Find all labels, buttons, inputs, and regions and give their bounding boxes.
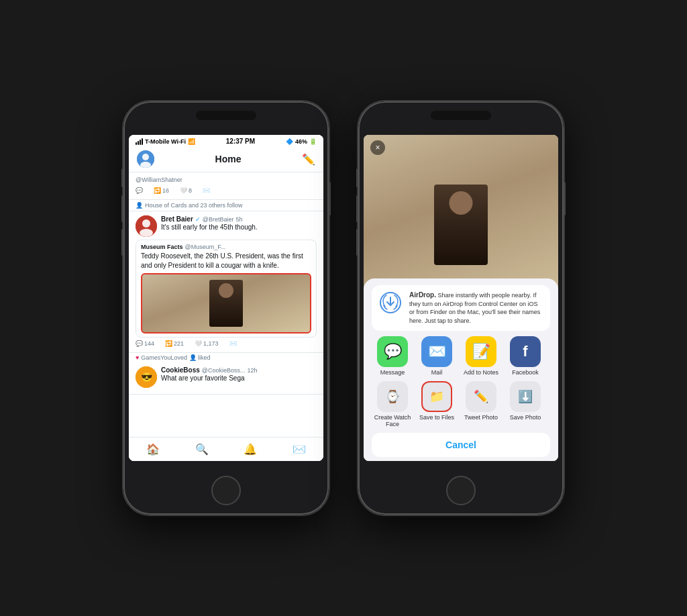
- like-action-2[interactable]: 🤍 1,173: [195, 340, 219, 347]
- svg-point-1: [142, 154, 149, 160]
- share-apps-row: 💬 Message ✉️ Mail 📝 Add to Notes f Faceb…: [372, 336, 550, 376]
- tweet-1-mention: @WilliamShatner: [136, 176, 317, 183]
- watch-face-icon: ⌚: [377, 381, 408, 412]
- bret-baier-handle: @BretBaier: [203, 216, 234, 223]
- cookieboss-name: CookieBoss: [161, 366, 200, 374]
- facebook-label: Facebook: [512, 369, 539, 376]
- quote-tweet: Museum Facts @Museum_F... Teddy Roosevel…: [136, 240, 317, 338]
- heart-icon: ♥: [136, 354, 139, 361]
- save-photo-action[interactable]: ⬇️ Save Photo: [506, 381, 545, 427]
- nav-title: Home: [215, 154, 242, 164]
- follow-person-icon: 👤: [136, 202, 143, 209]
- tweet-1-actions: 💬 🔁 16 🤍 8 ✉️: [136, 185, 317, 195]
- museum-facts-body: Teddy Roosevelt, the 26th U.S. President…: [141, 252, 311, 270]
- mail-label: Mail: [431, 369, 443, 376]
- home-button[interactable]: [211, 476, 241, 505]
- retweet-action-2[interactable]: 🔁 221: [165, 340, 184, 347]
- cookieboss-time: 12h: [247, 367, 257, 374]
- messages-nav-item[interactable]: ✉️: [293, 443, 306, 456]
- bottom-nav: 🏠 🔍 🔔 ✉️: [129, 437, 323, 461]
- right-phone: ×: [357, 100, 565, 516]
- create-watch-face-action[interactable]: ⌚ Create Watch Face: [373, 381, 412, 427]
- comment-action-2[interactable]: 💬 144: [136, 340, 154, 347]
- tweet-3: 😎 CookieBoss @CookieBoss... 12h What are…: [129, 362, 323, 395]
- status-bar: T-Mobile Wi-Fi 📶 12:37 PM 🔷 46% 🔋: [129, 135, 323, 148]
- follow-notice: 👤 House of Cards and 23 others follow: [129, 200, 323, 211]
- share-app-notes[interactable]: 📝 Add to Notes: [462, 336, 500, 376]
- verified-icon: ✓: [195, 216, 201, 223]
- left-phone-screen: T-Mobile Wi-Fi 📶 12:37 PM 🔷 46% 🔋: [129, 135, 323, 461]
- notes-icon: 📝: [466, 336, 496, 367]
- close-button[interactable]: ×: [370, 140, 385, 155]
- bret-baier-body: It's still early for the 45th though.: [161, 223, 258, 232]
- clock-label: 12:37 PM: [226, 138, 255, 145]
- tweet-image: [141, 273, 311, 333]
- save-photo-label: Save Photo: [510, 414, 541, 421]
- share-app-message[interactable]: 💬 Message: [373, 336, 412, 376]
- battery-label: 46%: [295, 138, 307, 145]
- airdrop-row[interactable]: AirDrop. Share instantly with people nea…: [372, 285, 550, 331]
- cancel-button[interactable]: Cancel: [372, 433, 550, 457]
- right-home-button[interactable]: [446, 476, 476, 505]
- notifications-nav-item[interactable]: 🔔: [244, 443, 257, 456]
- share-app-mail[interactable]: ✉️ Mail: [417, 336, 456, 376]
- museum-facts-handle: @Museum_F...: [185, 244, 226, 250]
- twitter-screen: T-Mobile Wi-Fi 📶 12:37 PM 🔷 46% 🔋: [129, 135, 323, 461]
- museum-facts-name: Museum Facts: [141, 244, 183, 250]
- message-icon: 💬: [377, 336, 408, 367]
- message-label: Message: [380, 369, 405, 376]
- cookieboss-avatar[interactable]: 😎: [136, 366, 157, 388]
- save-to-files-label: Save to Files: [419, 414, 454, 421]
- signal-bars-icon: [136, 138, 143, 145]
- svg-point-4: [142, 219, 150, 227]
- like-action[interactable]: 🤍 8: [180, 187, 192, 194]
- cookieboss-handle: @CookieBoss...: [202, 367, 246, 374]
- bluetooth-icon: 🔷: [286, 138, 293, 145]
- tweet-photo-label: Tweet Photo: [464, 414, 498, 421]
- tweet-photo-action[interactable]: ✏️ Tweet Photo: [462, 381, 500, 427]
- bret-baier-avatar[interactable]: [136, 215, 157, 237]
- mail-icon: ✉️: [421, 336, 452, 367]
- airdrop-icon: [378, 291, 403, 315]
- bret-baier-time: 5h: [235, 216, 242, 223]
- share-app-facebook[interactable]: f Facebook: [506, 336, 545, 376]
- bret-baier-name: Bret Baier: [161, 215, 193, 223]
- tweet-photo-icon: ✏️: [466, 381, 496, 412]
- profile-avatar[interactable]: [137, 150, 154, 168]
- create-watch-face-label: Create Watch Face: [373, 414, 412, 427]
- compose-icon[interactable]: ✏️: [302, 153, 315, 166]
- dm-action[interactable]: ✉️: [203, 187, 210, 194]
- notes-label: Add to Notes: [464, 369, 498, 376]
- svg-text:😎: 😎: [141, 372, 153, 383]
- left-phone: T-Mobile Wi-Fi 📶 12:37 PM 🔷 46% 🔋: [122, 100, 330, 516]
- comment-action[interactable]: 💬: [136, 187, 143, 194]
- cookieboss-body: What are your favorite Sega: [161, 374, 258, 383]
- battery-icon: 🔋: [309, 138, 317, 145]
- ios-screen: ×: [364, 135, 558, 461]
- save-photo-icon: ⬇️: [510, 381, 541, 412]
- facebook-icon: f: [510, 336, 541, 367]
- tweet-2: Bret Baier ✓ @BretBaier 5h It's still ea…: [129, 211, 323, 353]
- liked-notice: ♥ GamesYouLoved 👤 liked: [129, 353, 323, 362]
- right-phone-screen: ×: [364, 135, 558, 461]
- ios-roosevelt-figure: [434, 185, 488, 265]
- wifi-icon: 📶: [188, 138, 195, 145]
- avatar-image: [137, 150, 154, 168]
- share-sheet: AirDrop. Share instantly with people nea…: [364, 278, 558, 461]
- twitter-nav: Home ✏️: [129, 148, 323, 172]
- tweet-1: @WilliamShatner 💬 🔁 16 🤍 8 ✉️: [129, 172, 323, 200]
- tweet-2-actions: 💬 144 🔁 221 🤍 1,173 ✉️: [136, 338, 317, 348]
- save-to-files-action[interactable]: 📁 Save to Files: [417, 381, 456, 427]
- home-nav-item[interactable]: 🏠: [146, 443, 160, 456]
- retweet-action[interactable]: 🔁 16: [154, 187, 169, 194]
- save-to-files-icon: 📁: [421, 381, 452, 412]
- carrier-label: T-Mobile Wi-Fi: [145, 138, 186, 145]
- dm-action-2[interactable]: ✉️: [229, 340, 237, 347]
- svg-point-5: [140, 229, 153, 237]
- airdrop-description: AirDrop. Share instantly with people nea…: [409, 291, 543, 325]
- search-nav-item[interactable]: 🔍: [195, 443, 209, 456]
- roosevelt-figure: [209, 280, 243, 327]
- share-actions-row: ⌚ Create Watch Face 📁 Save to Files ✏️ T…: [372, 381, 550, 427]
